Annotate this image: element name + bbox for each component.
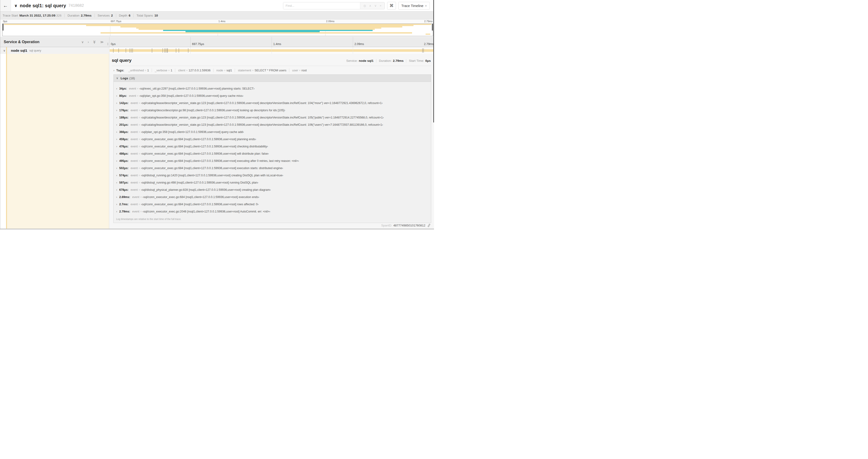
log-row[interactable]: ›80μs:event=‹sql/plan_opt.go:358 [nsql1,… <box>114 92 431 99</box>
log-expand-icon[interactable]: › <box>116 152 117 155</box>
log-expand-icon[interactable]: › <box>116 203 117 206</box>
clear-find-icon[interactable]: × <box>380 4 381 7</box>
logs-collapse-icon[interactable]: ∨ <box>116 76 118 80</box>
back-button[interactable]: ← <box>0 0 11 11</box>
trace-summary-item: Trace StartMarch 31 2022, 17:25:09.326 <box>3 14 64 17</box>
span-duration-bar[interactable] <box>110 49 434 52</box>
log-row[interactable]: ›495μs:event=‹sql/conn_executor_exec.go:… <box>114 157 431 164</box>
log-row[interactable]: ›34μs:event=‹sql/exec_util.go:2297 [nsql… <box>114 85 431 92</box>
log-expand-icon[interactable]: › <box>116 116 117 119</box>
log-expand-icon[interactable]: › <box>116 109 117 112</box>
log-row[interactable]: ›486μs:event=‹sql/conn_executor_exec.go:… <box>114 150 431 157</box>
log-row[interactable]: ›502μs:event=‹sql/conn_executor_exec.go:… <box>114 164 431 172</box>
tag-item[interactable]: client=127.0.0.1:59936 <box>175 69 213 72</box>
log-row[interactable]: ›597μs:event=‹sql/distsql_running.go:498… <box>114 179 431 186</box>
log-expand-icon[interactable]: › <box>116 145 117 148</box>
log-row[interactable]: ›459μs:event=‹sql/conn_executor_exec.go:… <box>114 135 431 143</box>
tags-expand-icon[interactable]: › <box>114 69 114 72</box>
logs-count: (18) <box>129 76 135 80</box>
log-expand-icon[interactable]: › <box>116 181 117 184</box>
view-selector-button[interactable]: Trace Timeline ∨ <box>398 2 430 9</box>
log-row[interactable]: ›189μs:event=‹sql/catalog/lease/descript… <box>114 114 431 121</box>
span-id-value: 4877749850101760812 <box>394 224 425 227</box>
find-input[interactable] <box>283 2 360 9</box>
vertical-scrollbar[interactable] <box>433 0 434 123</box>
log-expand-icon[interactable]: › <box>116 159 117 163</box>
log-expand-icon[interactable]: › <box>116 101 117 105</box>
timeline-gridline <box>109 47 110 54</box>
collapse-one-icon[interactable]: ∨ <box>82 40 84 44</box>
prev-match-icon[interactable]: ∧ <box>369 4 371 7</box>
tag-equals: = <box>145 69 146 72</box>
tag-key: _verbose <box>155 69 167 72</box>
detail-meta-label: Service: <box>346 59 358 63</box>
log-field-value: ‹sql/catalog/lease/descriptor_version_st… <box>141 116 383 119</box>
log-field-key: event <box>131 203 138 206</box>
logs-header[interactable]: ∨ Logs (18) <box>114 75 431 82</box>
log-expand-icon[interactable]: › <box>116 94 117 97</box>
timeline-gridline <box>190 37 191 47</box>
log-marker-tick <box>422 48 423 53</box>
log-expand-icon[interactable]: › <box>116 174 117 177</box>
log-expand-icon[interactable]: › <box>116 138 117 141</box>
log-expand-icon[interactable]: › <box>116 188 117 192</box>
log-row[interactable]: ›2.79ms:event=‹sql/conn_executor_exec.go… <box>114 208 431 215</box>
tag-value: 1 <box>147 69 149 72</box>
locate-icon[interactable]: ◎ <box>363 4 366 7</box>
timeline-tick-label: 0μs <box>2 20 7 23</box>
minimap-left-handle[interactable] <box>3 24 3 31</box>
log-expand-icon[interactable]: › <box>116 123 117 126</box>
log-row[interactable]: ›574μs:event=‹sql/distsql_running.go:142… <box>114 172 431 179</box>
expand-all-icon[interactable]: ≫ <box>100 40 103 44</box>
tag-item[interactable]: node=sql1 <box>213 69 235 72</box>
tag-item[interactable]: user=root <box>289 69 309 72</box>
tag-item[interactable]: _unfinished=1 <box>126 69 152 72</box>
log-row[interactable]: ›476μs:event=‹sql/conn_executor_exec.go:… <box>114 143 431 150</box>
span-collapse-icon[interactable]: ∨ <box>3 49 5 52</box>
trace-collapse-icon[interactable]: ∨ <box>14 3 18 8</box>
span-row-name-cell[interactable]: ∨ node sql1 sql query <box>0 47 109 54</box>
column-resize-grip[interactable]: ∥ <box>107 42 109 45</box>
span-row-timeline-cell[interactable] <box>109 47 434 54</box>
tags-row[interactable]: › Tags: _unfinished=1_verbose=1client=12… <box>114 69 431 72</box>
summary-label: Trace Start <box>3 14 18 17</box>
top-bar: ← ∨ node sql1: sql query 7418682 ◎ ∧ ∨ ×… <box>0 0 434 11</box>
timeline-gridline <box>353 47 353 54</box>
log-row[interactable]: ›678μs:event=‹sql/distsql_physical_plann… <box>114 186 431 193</box>
link-icon[interactable] <box>427 224 431 227</box>
log-expand-icon[interactable]: › <box>116 167 117 170</box>
span-detail-panel: sql query Service:node sql1Duration:2.79… <box>109 54 434 229</box>
log-equals: = <box>138 174 140 177</box>
log-field-key: event <box>131 152 138 155</box>
collapse-all-icon[interactable]: ≫ <box>93 40 96 44</box>
tag-item[interactable]: statement=SELECT * FROM users <box>235 69 289 72</box>
tag-equals: = <box>186 69 188 72</box>
tag-key: node <box>216 69 223 72</box>
log-expand-icon[interactable]: › <box>116 210 117 213</box>
next-match-icon[interactable]: ∨ <box>374 4 377 7</box>
log-expand-icon[interactable]: › <box>116 87 117 90</box>
minimap-span-bar <box>426 34 430 35</box>
log-expand-icon[interactable]: › <box>116 130 117 134</box>
tag-equals: = <box>168 69 169 72</box>
minimap-canvas[interactable] <box>2 24 433 36</box>
span-detail-header: sql query Service:node sql1Duration:2.79… <box>112 58 431 63</box>
log-row[interactable]: ›366μs:event=‹sql/plan_opt.go:358 [nsql1… <box>114 128 431 135</box>
log-expand-icon[interactable]: › <box>116 195 117 199</box>
keyboard-shortcuts-button[interactable]: ⌘ <box>387 2 396 9</box>
log-row[interactable]: ›201μs:event=‹sql/catalog/lease/descript… <box>114 121 431 128</box>
log-row[interactable]: ›2.7ms:event=‹sql/conn_executor_exec.go:… <box>114 201 431 208</box>
log-row[interactable]: ›176μs:event=‹sql/catalog/descs/descript… <box>114 107 431 114</box>
summary-label: Duration <box>67 14 79 17</box>
trace-summary-item: Depth6 <box>116 14 134 17</box>
log-field-value: ‹sql/conn_executor_exec.go:684 [nsql1,cl… <box>143 195 259 199</box>
minimap-right-handle[interactable] <box>432 24 433 31</box>
log-row[interactable]: ›142μs:event=‹sql/catalog/lease/descript… <box>114 99 431 107</box>
log-field-key: event <box>131 138 138 141</box>
log-row[interactable]: ›2.69ms:event=‹sql/conn_executor_exec.go… <box>114 193 431 201</box>
expand-one-icon[interactable]: › <box>88 40 89 44</box>
log-timestamp: 34μs: <box>119 87 127 90</box>
trace-timeline-page: ← ∨ node sql1: sql query 7418682 ◎ ∧ ∨ ×… <box>0 0 434 230</box>
log-timestamp: 459μs: <box>119 138 129 141</box>
tag-item[interactable]: _verbose=1 <box>152 69 175 72</box>
